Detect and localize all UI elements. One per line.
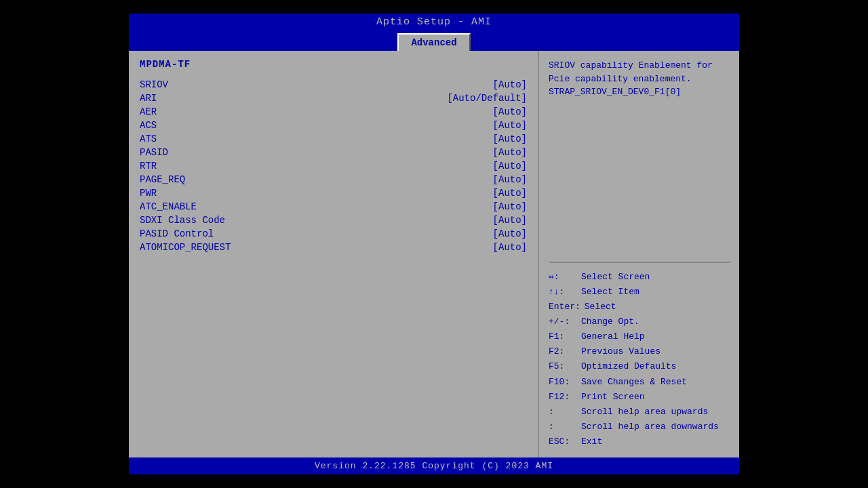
key-help-line: ESC:Exit <box>549 434 730 449</box>
menu-item-value: [Auto/Default] <box>447 93 527 104</box>
key-desc: Exit <box>581 434 602 449</box>
main-area: MPDMA-TF SRIOV[Auto]ARI[Auto/Default]AER… <box>129 51 739 458</box>
key-help-line: F10:Save Changes & Reset <box>549 375 730 390</box>
menu-item-label: RTR <box>140 161 157 171</box>
key-label: F10: <box>549 375 577 390</box>
key-help-container: ⇔:Select Screen↑↓:Select ItemEnter:Selec… <box>549 270 730 449</box>
menu-item[interactable]: PASID[Auto] <box>140 147 527 158</box>
menu-item-label: PAGE_REQ <box>140 174 185 185</box>
key-help-line: ⇔:Select Screen <box>549 270 730 285</box>
key-desc: Select Screen <box>581 270 650 285</box>
menu-item-value: [Auto] <box>493 79 527 90</box>
menu-item[interactable]: ATOMICOP_REQUEST[Auto] <box>140 242 527 253</box>
key-help-line: F1:General Help <box>549 329 730 344</box>
key-label: +/-: <box>549 314 577 329</box>
key-help-line: +/-:Change Opt. <box>549 314 730 329</box>
menu-item-value: [Auto] <box>493 120 527 131</box>
menu-item-label: ARI <box>140 93 157 104</box>
menu-items-container: SRIOV[Auto]ARI[Auto/Default]AER[Auto]ACS… <box>140 79 527 253</box>
key-desc: Select <box>585 300 616 314</box>
menu-item-label: AER <box>140 106 157 117</box>
menu-item-value: [Auto] <box>493 201 527 212</box>
footer: Version 2.22.1285 Copyright (C) 2023 AMI <box>129 458 739 474</box>
menu-item-label: PASID Control <box>140 228 214 239</box>
key-label: : <box>549 420 577 434</box>
key-help-line: F12:Print Screen <box>549 390 730 405</box>
menu-item-label: ATS <box>140 134 157 144</box>
key-desc: Optimized Defaults <box>581 359 676 374</box>
key-label: ⇔: <box>549 270 577 285</box>
menu-item-label: ATC_ENABLE <box>140 201 197 212</box>
key-desc: Scroll help area upwards <box>581 405 708 420</box>
key-desc: General Help <box>581 329 645 344</box>
tab-bar: Advanced <box>129 30 739 51</box>
menu-item-value: [Auto] <box>493 215 527 226</box>
menu-item-value: [Auto] <box>493 242 527 253</box>
tab-advanced[interactable]: Advanced <box>397 33 470 51</box>
menu-item[interactable]: AER[Auto] <box>140 106 527 117</box>
menu-item-label: SRIOV <box>140 79 168 90</box>
menu-item[interactable]: RTR[Auto] <box>140 161 527 171</box>
help-text: SRIOV capability Enablement for Pcie cap… <box>549 59 730 255</box>
menu-item[interactable]: ATS[Auto] <box>140 134 527 144</box>
key-label: Enter: <box>549 300 580 314</box>
menu-item-label: PWR <box>140 188 157 199</box>
title-bar: Aptio Setup - AMI <box>129 14 739 30</box>
menu-item[interactable]: SRIOV[Auto] <box>140 79 527 90</box>
key-label: : <box>549 405 577 420</box>
key-help-line: F2:Previous Values <box>549 344 730 359</box>
menu-item[interactable]: PAGE_REQ[Auto] <box>140 174 527 185</box>
key-desc: Scroll help area downwards <box>581 420 719 434</box>
menu-item[interactable]: SDXI Class Code[Auto] <box>140 215 527 226</box>
key-desc: Select Item <box>581 285 639 300</box>
key-help-line: :Scroll help area downwards <box>549 420 730 434</box>
menu-item-value: [Auto] <box>493 161 527 171</box>
menu-item[interactable]: PWR[Auto] <box>140 188 527 199</box>
key-help-line: F5:Optimized Defaults <box>549 359 730 374</box>
divider <box>549 262 730 263</box>
menu-item-label: PASID <box>140 147 168 158</box>
title-text: Aptio Setup - AMI <box>376 16 492 28</box>
menu-item-label: ATOMICOP_REQUEST <box>140 242 231 253</box>
key-help-line: :Scroll help area upwards <box>549 405 730 420</box>
key-help-line: Enter:Select <box>549 300 730 314</box>
menu-item-label: ACS <box>140 120 157 131</box>
menu-item[interactable]: ATC_ENABLE[Auto] <box>140 201 527 212</box>
key-desc: Save Changes & Reset <box>581 375 687 390</box>
menu-item[interactable]: ARI[Auto/Default] <box>140 93 527 104</box>
key-label: F1: <box>549 329 577 344</box>
menu-item[interactable]: ACS[Auto] <box>140 120 527 131</box>
menu-item-value: [Auto] <box>493 147 527 158</box>
menu-item-value: [Auto] <box>493 174 527 185</box>
key-label: F5: <box>549 359 577 374</box>
menu-item-value: [Auto] <box>493 106 527 117</box>
right-panel: SRIOV capability Enablement for Pcie cap… <box>539 51 739 458</box>
menu-item-value: [Auto] <box>493 228 527 239</box>
key-desc: Previous Values <box>581 344 660 359</box>
key-desc: Print Screen <box>581 390 645 405</box>
key-label: ESC: <box>549 434 577 449</box>
key-help-line: ↑↓:Select Item <box>549 285 730 300</box>
menu-item[interactable]: PASID Control[Auto] <box>140 228 527 239</box>
key-desc: Change Opt. <box>581 314 639 329</box>
key-label: F12: <box>549 390 577 405</box>
footer-text: Version 2.22.1285 Copyright (C) 2023 AMI <box>315 461 553 471</box>
section-title: MPDMA-TF <box>140 59 527 70</box>
key-label: F2: <box>549 344 577 359</box>
key-label: ↑↓: <box>549 285 577 300</box>
menu-item-label: SDXI Class Code <box>140 215 225 226</box>
menu-item-value: [Auto] <box>493 188 527 199</box>
menu-item-value: [Auto] <box>493 134 527 144</box>
left-panel: MPDMA-TF SRIOV[Auto]ARI[Auto/Default]AER… <box>129 51 539 458</box>
bios-setup-container: Aptio Setup - AMI Advanced MPDMA-TF SRIO… <box>129 14 739 474</box>
